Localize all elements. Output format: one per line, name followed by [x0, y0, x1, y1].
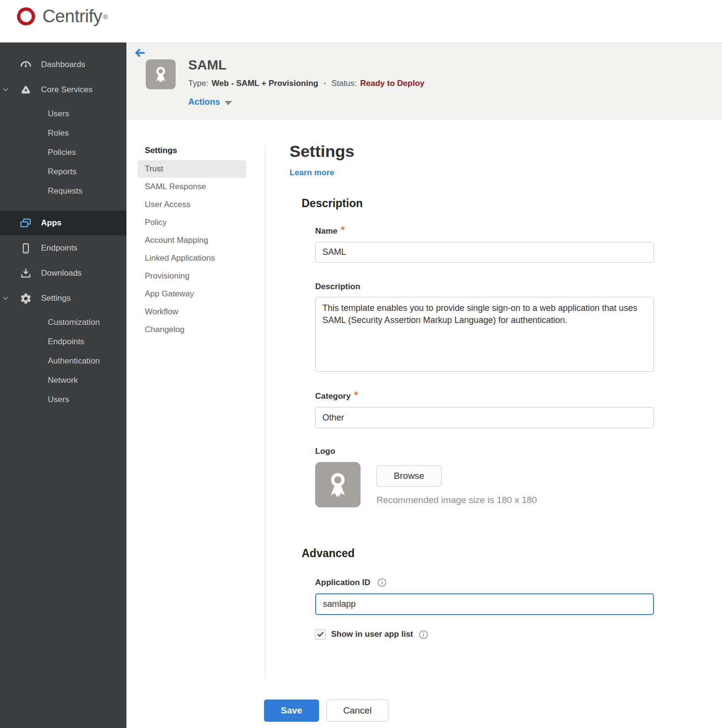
sidebar-subitem-roles[interactable]: Roles	[0, 124, 126, 143]
logo-row: Browse Recommended image size is 180 x 1…	[315, 462, 654, 507]
name-label: Name	[315, 226, 337, 236]
subnav-item-app-gateway[interactable]: App Gateway	[138, 285, 246, 303]
app-header: SAML Type: Web - SAML + Provisioning • S…	[126, 42, 722, 120]
chevron-down-icon[interactable]	[2, 86, 10, 94]
subnav-heading: Settings	[138, 141, 246, 160]
vertical-divider	[265, 145, 265, 679]
settings-form: Settings Learn more Description Name * D…	[290, 120, 654, 722]
sidebar-item-label: Apps	[41, 218, 62, 228]
subnav-item-workflow[interactable]: Workflow	[138, 303, 246, 321]
description-section-heading: Description	[302, 197, 654, 210]
subnav-item-linked-applications[interactable]: Linked Applications	[138, 250, 246, 267]
page-title: Settings	[290, 142, 654, 161]
sidebar-subitem-authentication[interactable]: Authentication	[0, 351, 126, 371]
subnav-item-changelog[interactable]: Changelog	[138, 321, 246, 338]
sidebar-item-settings[interactable]: Settings	[0, 286, 126, 311]
logo-label: Logo	[315, 447, 335, 456]
back-arrow-icon[interactable]	[134, 47, 146, 60]
sidebar-item-core-services[interactable]: Core Services	[0, 77, 126, 102]
application-id-label: Application ID	[315, 578, 370, 588]
sidebar-item-downloads[interactable]: Downloads	[0, 261, 126, 286]
type-label: Type:	[188, 79, 208, 88]
apps-icon	[19, 217, 32, 229]
form-actions: Save Cancel	[264, 700, 654, 722]
info-icon[interactable]	[418, 630, 429, 640]
app-meta: Type: Web - SAML + Provisioning • Status…	[188, 79, 425, 88]
subnav-item-saml-response[interactable]: SAML Response	[138, 178, 246, 196]
info-icon[interactable]	[377, 577, 387, 588]
brand-name: Centrify	[42, 6, 102, 26]
sidebar-subitem-network[interactable]: Network	[0, 371, 126, 390]
subnav-item-account-mapping[interactable]: Account Mapping	[138, 232, 246, 249]
required-asterisk: *	[354, 392, 358, 397]
mobile-device-icon	[19, 242, 32, 254]
sidebar-item-dashboards[interactable]: Dashboards	[0, 52, 126, 77]
description-label: Description	[315, 282, 361, 292]
centrify-logo: Centrify®	[14, 5, 108, 28]
meta-separator: •	[323, 80, 326, 87]
status-value: Ready to Deploy	[360, 79, 424, 88]
application-id-label-row: Application ID	[315, 577, 654, 588]
sidebar-subitem-reports[interactable]: Reports	[0, 162, 126, 182]
description-textarea[interactable]: This template enables you to provide sin…	[315, 297, 654, 372]
category-label-row: Category *	[315, 392, 654, 401]
app-window: Centrify® Dashboards	[0, 0, 722, 728]
browse-button[interactable]: Browse	[376, 465, 442, 487]
caret-down-icon	[224, 101, 232, 105]
sidebar-subitem-customization[interactable]: Customization	[0, 313, 126, 332]
status-label: Status:	[331, 79, 357, 88]
sidebar-subitem-requests[interactable]: Requests	[0, 182, 126, 201]
required-asterisk: *	[341, 227, 345, 232]
name-label-row: Name *	[315, 226, 654, 236]
type-value: Web - SAML + Provisioning	[212, 79, 319, 88]
application-id-input[interactable]	[315, 593, 654, 615]
sidebar-item-apps[interactable]: Apps	[0, 210, 126, 236]
category-label: Category	[315, 392, 351, 401]
actions-dropdown[interactable]: Actions	[188, 97, 232, 107]
sidebar-subitem-endpoints[interactable]: Endpoints	[0, 332, 126, 351]
settings-submenu: Customization Endpoints Authentication N…	[0, 311, 126, 414]
sidebar-item-label: Dashboards	[41, 60, 85, 70]
cancel-button[interactable]: Cancel	[326, 700, 389, 722]
app-logo-preview	[315, 462, 361, 507]
download-icon	[19, 267, 32, 280]
app-title: SAML	[188, 57, 226, 73]
core-services-submenu: Users Roles Policies Reports Requests	[0, 102, 126, 206]
actions-label: Actions	[188, 97, 220, 107]
subnav-item-trust[interactable]: Trust	[138, 160, 246, 178]
gauge-icon	[19, 58, 32, 71]
subnav-item-policy[interactable]: Policy	[138, 214, 246, 231]
core-services-icon	[19, 84, 32, 96]
registered-mark: ®	[103, 14, 108, 21]
sidebar-subitem-policies[interactable]: Policies	[0, 143, 126, 162]
settings-subnav: Settings Trust SAML Response User Access…	[138, 141, 246, 339]
sidebar-item-label: Endpoints	[41, 243, 78, 253]
sidebar-item-label: Settings	[41, 294, 70, 303]
description-label-row: Description	[315, 282, 654, 292]
top-bar: Centrify®	[0, 0, 722, 42]
logo-size-hint: Recommended image size is 180 x 180	[376, 495, 537, 505]
name-input[interactable]	[315, 242, 654, 263]
subnav-item-user-access[interactable]: User Access	[138, 196, 246, 213]
page-content: SAML Type: Web - SAML + Provisioning • S…	[126, 42, 722, 728]
chevron-down-icon[interactable]	[2, 294, 10, 302]
sidebar-subitem-users[interactable]: Users	[0, 104, 126, 124]
sidebar-item-label: Core Services	[41, 85, 93, 95]
show-in-app-list-checkbox[interactable]	[315, 629, 326, 640]
show-in-app-list-row: Show in user app list	[315, 629, 654, 640]
logo-label-row: Logo	[315, 447, 654, 456]
subnav-item-provisioning[interactable]: Provisioning	[138, 267, 246, 285]
sidebar-item-endpoints[interactable]: Endpoints	[0, 236, 126, 261]
advanced-section-heading: Advanced	[302, 547, 654, 560]
gear-icon	[19, 292, 32, 305]
save-button[interactable]: Save	[264, 700, 319, 722]
category-input[interactable]	[315, 407, 654, 428]
learn-more-link[interactable]: Learn more	[290, 168, 334, 178]
app-logo-small	[146, 59, 176, 89]
sidebar-item-label: Downloads	[41, 268, 82, 278]
centrify-swirl-icon	[14, 5, 38, 28]
show-in-app-list-label: Show in user app list	[331, 630, 413, 639]
sidebar-subitem-users[interactable]: Users	[0, 390, 126, 409]
sidebar: Dashboards Core Services Users Roles Pol…	[0, 42, 126, 728]
